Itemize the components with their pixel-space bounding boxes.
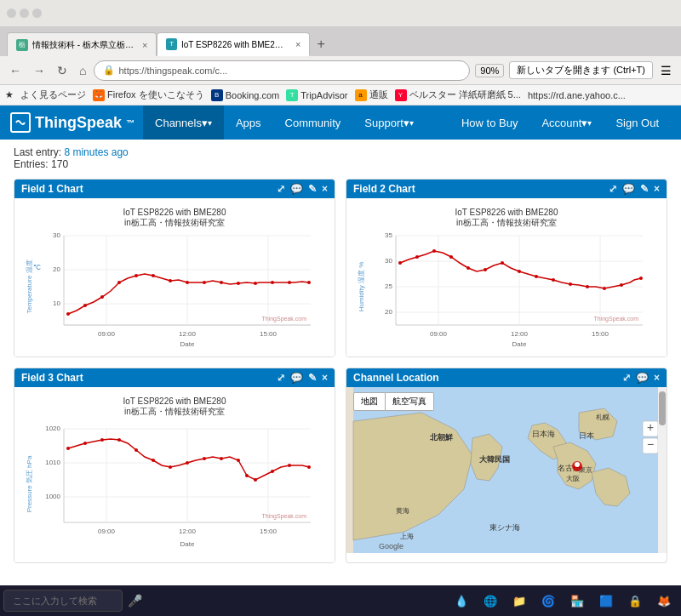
field3-chart-header: Field 3 Chart ⤢ 💬 ✎ × [14,368,335,387]
svg-text:10: 10 [53,299,60,307]
tripadvisor-icon: T [286,89,298,101]
svg-point-27 [254,282,257,285]
bookmark-booking[interactable]: B Booking.com [211,89,280,101]
svg-text:09:00: 09:00 [98,528,116,535]
taskbar-chrome-icon[interactable]: 🌀 [535,587,562,614]
tab-2[interactable]: T IoT ESP8226 with BME280 in... × [157,32,310,56]
tab-1-label: 情報技術科 - 栃木県立栃木工業... [32,39,134,51]
bookmark-1[interactable]: よく見るページ [20,88,86,101]
bookmarks-bar: ★ よく見るページ 🦊 Firefox を使いこなそう B Booking.co… [0,85,681,106]
nav-community[interactable]: Community [273,106,353,140]
last-entry-time[interactable]: 8 minutes ago [64,146,128,158]
nav-apps[interactable]: Apps [224,106,273,140]
field2-chart-body: IoT ESP8226 with BME280 in栃工高・情報技術研究室 Hu… [346,198,667,356]
forward-button[interactable]: → [29,62,49,79]
svg-point-62 [569,282,572,286]
taskbar-store-icon[interactable]: 🏪 [564,587,591,614]
svg-point-18 [100,295,104,299]
svg-text:30: 30 [53,231,60,239]
logo-svg [14,117,26,128]
map-scrollbar-thumb[interactable] [659,391,666,425]
taskbar-mic-icon[interactable]: 🎤 [124,590,146,611]
svg-point-58 [501,261,504,265]
field1-expand-icon[interactable]: ⤢ [277,183,285,195]
back-button[interactable]: ← [5,62,26,79]
taskbar-dropbox-icon[interactable]: 💧 [448,587,475,614]
thingspeak-logo[interactable]: ThingSpeak™ [10,112,134,133]
bookmark-yahoo[interactable]: Y ベルスター 洋紙研磨紙 5... [395,88,521,101]
taskbar-folder-icon[interactable]: 📁 [506,587,533,614]
taskbar-edge-icon[interactable]: 🌐 [477,587,504,614]
bookmark-amazon[interactable]: a 通販 [355,88,388,101]
field2-expand-icon[interactable]: ⤢ [609,183,617,195]
tab-2-favicon: T [166,38,177,50]
logo-tm: ™ [126,118,134,128]
map-tab-satellite[interactable]: 航空写真 [386,392,434,411]
tab-2-close[interactable]: × [295,39,300,49]
field3-edit-icon[interactable]: ✎ [308,372,317,384]
svg-text:15:00: 15:00 [260,528,278,535]
svg-point-19 [117,281,121,284]
field2-comment-icon[interactable]: 💬 [622,183,635,195]
field2-edit-icon[interactable]: ✎ [640,183,649,195]
map-tab-map[interactable]: 地図 [353,392,386,411]
field3-expand-icon[interactable]: ⤢ [277,372,285,384]
home-button[interactable]: ⌂ [75,62,90,79]
field3-chart-card: Field 3 Chart ⤢ 💬 ✎ × IoT ESP8226 with B… [14,368,335,563]
bookmark-booking-label: Booking.com [226,90,280,100]
svg-point-54 [432,249,436,253]
logo-icon [10,112,31,133]
nav-sign-out-label: Sign Out [615,117,659,129]
map-expand-icon[interactable]: ⤢ [622,372,631,384]
nav-how-to-buy[interactable]: How to Buy [449,106,529,140]
bookmark-link[interactable]: https://rd.ane.yahoo.c... [528,90,626,100]
field3-comment-icon[interactable]: 💬 [290,372,303,384]
svg-text:ThingSpeak.com: ThingSpeak.com [261,316,306,322]
map-comment-icon[interactable]: 💬 [636,372,649,384]
field2-chart-header: Field 2 Chart ⤢ 💬 ✎ × [346,180,667,198]
new-tab-shortcut[interactable]: 新しいタブを開きます (Ctrl+T) [509,61,653,79]
nav-channels[interactable]: Channels ▾ [143,106,224,140]
svg-point-66 [639,277,643,280]
taskbar-windows-icon[interactable]: 🟦 [592,587,620,614]
svg-point-93 [186,461,189,465]
new-tab-button[interactable]: + [310,32,331,56]
taskbar-search[interactable] [3,590,123,612]
tab-1[interactable]: 栃 情報技術科 - 栃木県立栃木工業... × [7,32,157,56]
bookmark-tripadvisor[interactable]: T TripAdvisor [286,89,347,101]
booking-icon: B [211,89,223,101]
map-scrollbar[interactable] [658,387,667,553]
taskbar-security-icon[interactable]: 🔒 [621,587,649,614]
thingspeak-navbar: ThingSpeak™ Channels ▾ Apps Community Su… [0,106,681,140]
svg-text:−: − [647,437,654,451]
field1-close-icon[interactable]: × [322,183,328,195]
field2-close-icon[interactable]: × [654,183,660,195]
svg-text:15:00: 15:00 [260,330,278,338]
svg-text:20: 20 [385,308,392,316]
svg-point-89 [117,438,121,442]
taskbar-firefox-icon[interactable]: 🦊 [650,587,678,614]
nav-community-label: Community [285,117,341,129]
nav-account[interactable]: Account ▾ [529,106,604,140]
bookmark-firefox[interactable]: 🦊 Firefox を使いこなそう [93,88,204,101]
nav-sign-out[interactable]: Sign Out [604,106,671,140]
logo-text: ThingSpeak [35,114,122,132]
address-bar[interactable]: 🔒 https://thingspeak.com/c... [94,60,470,81]
field3-svg: IoT ESP8226 with BME280 in栃工高・情報技術研究室 Pr… [18,391,331,556]
svg-text:09:00: 09:00 [430,330,448,338]
nav-support[interactable]: Support ▾ [352,106,426,140]
reload-button[interactable]: ↻ [53,62,72,79]
field3-close-icon[interactable]: × [322,372,328,384]
svg-text:in栃工高・情報技術研究室: in栃工高・情報技術研究室 [124,407,225,416]
tab-1-close[interactable]: × [142,40,147,50]
browser-menu-icon[interactable]: ☰ [656,62,676,79]
field2-svg: IoT ESP8226 with BME280 in栃工高・情報技術研究室 Hu… [350,202,663,351]
field2-chart-card: Field 2 Chart ⤢ 💬 ✎ × IoT ESP8226 with B… [346,179,667,357]
svg-point-65 [620,283,623,287]
map-header-actions: ⤢ 💬 × [622,372,660,384]
map-close-icon[interactable]: × [654,372,660,384]
nav-account-label: Account [541,117,581,129]
bookmark-amazon-label: 通販 [369,88,388,101]
field1-edit-icon[interactable]: ✎ [308,183,317,195]
field1-comment-icon[interactable]: 💬 [290,183,303,195]
